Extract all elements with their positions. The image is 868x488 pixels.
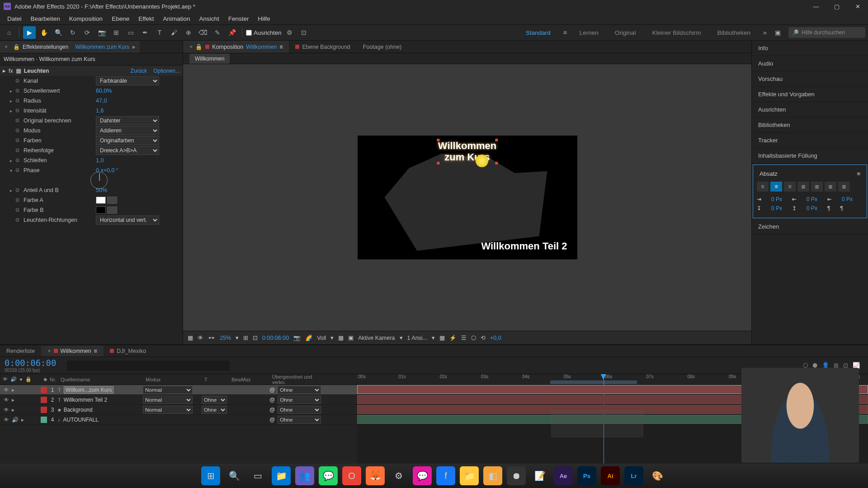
panel-inhaltsbasiert[interactable]: Inhaltsbasierte Füllung	[752, 148, 868, 164]
roto-tool-icon[interactable]: ✎	[211, 26, 224, 39]
transparency-icon[interactable]: ▦	[338, 334, 344, 341]
menu-komposition[interactable]: Komposition	[65, 14, 107, 24]
lightroom-icon[interactable]: Lr	[624, 466, 643, 485]
magnification-icon[interactable]: ▦	[188, 334, 193, 341]
tab-layer-link[interactable]: Willkommen zum Kurs	[75, 44, 129, 50]
notepad-icon[interactable]: 📝	[530, 466, 549, 485]
search-icon[interactable]: 🔍	[225, 466, 244, 485]
composition-viewer[interactable]: Willkommen zum Kurs Willkommen Teil 2	[183, 64, 751, 331]
comp-tab-active[interactable]: × 🔒 Komposition Willkommen ≡	[183, 41, 289, 53]
messenger-icon[interactable]: 💬	[413, 466, 432, 485]
brush-tool-icon[interactable]: 🖌	[168, 26, 180, 39]
menu-hilfe[interactable]: Hilfe	[254, 14, 275, 24]
snap-checkbox[interactable]	[246, 30, 252, 36]
exposure-value[interactable]: +0,0	[490, 335, 501, 341]
panel-bibliotheken[interactable]: Bibliotheken	[752, 117, 868, 133]
pan-behind-icon[interactable]: ⊞	[110, 26, 123, 39]
lock-icon[interactable]: 🔒	[195, 43, 203, 50]
blend-mode-dropdown[interactable]: Normal	[143, 406, 193, 414]
eye-icon[interactable]: 👁	[4, 417, 9, 423]
channel-icon[interactable]: 👁	[198, 335, 203, 341]
cam-dropdown-icon[interactable]: ▾	[400, 334, 403, 341]
workspace-bibliotheken[interactable]: Bibliotheken	[709, 26, 759, 40]
parent-dropdown[interactable]: Ohne	[278, 416, 321, 424]
panel-audio[interactable]: Audio	[752, 56, 868, 71]
taskview-icon[interactable]: ▭	[248, 466, 267, 485]
panel-tracker[interactable]: Tracker	[752, 133, 868, 148]
richtungen-dropdown[interactable]: Horizontal und vert.	[96, 216, 159, 225]
zoom-tool-icon[interactable]: 🔍	[52, 26, 65, 39]
justify-right-icon[interactable]: ≣	[825, 182, 836, 192]
trackmat-dropdown[interactable]: Ohne	[202, 406, 227, 414]
workspace-lernen[interactable]: Lernen	[571, 26, 607, 40]
opera-icon[interactable]: O	[342, 466, 361, 485]
blend-mode-dropdown[interactable]: Normal	[143, 386, 193, 394]
pickwhip-icon[interactable]: @	[269, 397, 275, 403]
pickwhip-icon[interactable]: @	[269, 417, 275, 423]
panel-menu-icon[interactable]: ≡	[279, 44, 283, 50]
trackmat-dropdown[interactable]: Ohne	[202, 396, 227, 404]
mask-view-icon[interactable]: 👓	[208, 334, 215, 341]
selection-handle[interactable]	[495, 162, 498, 164]
views-value[interactable]: 1 Ansi...	[407, 335, 427, 341]
pen-tool-icon[interactable]: ✒	[139, 26, 151, 39]
tab-menu-icon[interactable]: ≡	[94, 348, 97, 354]
menu-bearbeiten[interactable]: Bearbeiten	[26, 14, 65, 24]
explorer-icon[interactable]: 📁	[272, 466, 291, 485]
farbeb-picker-icon[interactable]	[107, 206, 117, 214]
resolution-icon[interactable]: ⊞	[243, 334, 248, 341]
views-dropdown-icon[interactable]: ▾	[432, 334, 435, 341]
farbea-picker-icon[interactable]	[107, 197, 117, 204]
shape-tool-icon[interactable]: ▭	[124, 26, 137, 39]
menu-ansicht[interactable]: Ansicht	[195, 14, 224, 24]
twirl-icon[interactable]: ▸	[12, 407, 14, 413]
radius-value[interactable]: 47,0	[96, 98, 107, 104]
indent-left-value[interactable]: 0 Px	[771, 196, 782, 202]
panel-zeichen[interactable]: Zeichen	[752, 219, 868, 235]
hand-tool-icon[interactable]: ✋	[38, 26, 50, 39]
color-mgmt-icon[interactable]: 🌈	[305, 334, 312, 341]
pickwhip-icon[interactable]: @	[269, 387, 275, 393]
workspace-kleiner[interactable]: Kleiner Bildschirm	[644, 26, 709, 40]
pixel-aspect-icon[interactable]: ▦	[439, 334, 445, 341]
panel-ausrichten[interactable]: Ausrichten	[752, 102, 868, 117]
footage-tab[interactable]: Footage (ohne)	[357, 41, 408, 53]
help-search[interactable]: 🔎 Hilfe durchsuchen	[788, 27, 865, 38]
pickwhip-icon[interactable]: @	[269, 407, 275, 413]
twirl-icon[interactable]: ▸	[21, 417, 24, 423]
space-after-value[interactable]: 0 Px	[807, 205, 817, 211]
parent-dropdown[interactable]: Ohne	[278, 386, 321, 394]
align-center-icon[interactable]: ≡	[770, 182, 782, 192]
resolution-value[interactable]: Voll	[317, 335, 326, 341]
layer-row[interactable]: 👁▸ 1 TWillkom...zum Kurs Normal @Ohne	[0, 385, 357, 395]
close-button[interactable]: ✕	[847, 0, 868, 13]
farbea-swatch[interactable]	[96, 197, 106, 204]
app2-icon[interactable]: ◧	[483, 466, 502, 485]
layer-row[interactable]: 👁🔊▸ 4 ♪AUTOUNFALL @Ohne	[0, 415, 357, 425]
layer-name[interactable]: Willkommen Teil 2	[64, 397, 107, 403]
tab-willkommen[interactable]: ×Willkommen≡	[41, 346, 104, 357]
selection-handle[interactable]	[495, 139, 498, 141]
flowchart-icon[interactable]: ⬡	[471, 334, 476, 341]
layer-tab[interactable]: Ebene Background	[289, 41, 356, 53]
app-icon[interactable]: ⚙	[389, 466, 408, 485]
menu-datei[interactable]: Datei	[3, 14, 26, 24]
rotate-tool-icon[interactable]: ⟳	[81, 26, 94, 39]
menu-effekt[interactable]: Effekt	[134, 14, 158, 24]
panel-lock-icon[interactable]: 🔒	[13, 44, 20, 50]
align-left-icon[interactable]: ≡	[757, 182, 769, 192]
workspace-reset-icon[interactable]: ▣	[771, 26, 784, 39]
comp-subtab[interactable]: Willkommen	[189, 54, 230, 64]
twirl-icon[interactable]: ▸	[12, 397, 14, 403]
close-icon[interactable]: ×	[47, 348, 51, 354]
workspace-overflow-icon[interactable]: »	[759, 26, 771, 39]
effect-options-link[interactable]: Optionen...	[153, 68, 180, 74]
effect-reset-link[interactable]: Zurück	[131, 68, 147, 74]
indent-first-value[interactable]: 0 Px	[807, 196, 817, 202]
home-icon[interactable]: ⌂	[3, 26, 15, 39]
selection-handle[interactable]	[437, 162, 439, 164]
selection-tool-icon[interactable]: ▶	[23, 26, 36, 39]
minimize-button[interactable]: —	[806, 0, 826, 13]
layer-name[interactable]: AUTOUNFALL	[63, 417, 99, 423]
work-area-bar[interactable]	[550, 380, 637, 384]
